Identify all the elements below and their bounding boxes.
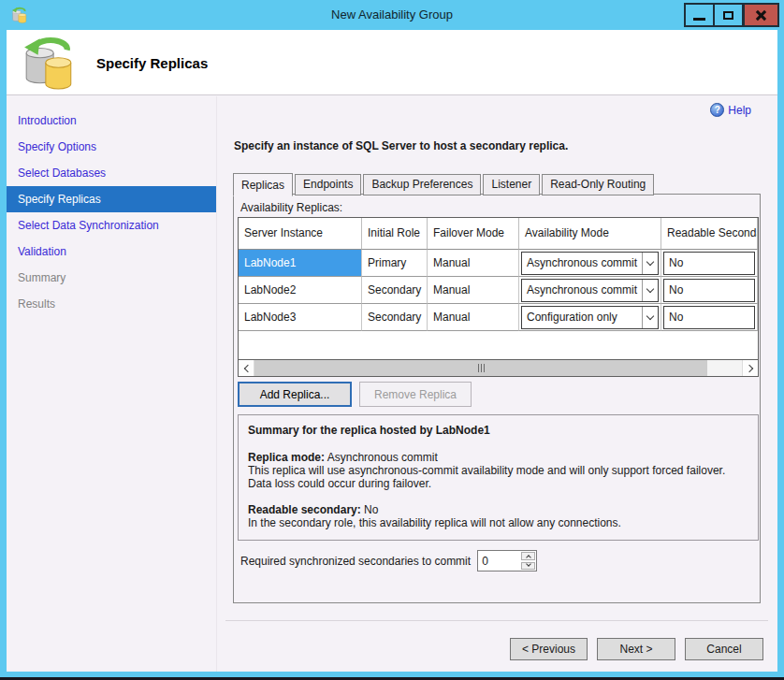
wizard-header: Specify Replicas [7,30,777,95]
replica-mode-label: Replica mode: [248,451,325,464]
initial-role-cell: Primary [362,250,428,277]
window-title: New Availability Group [0,7,784,22]
help-label: Help [728,104,751,117]
replicas-grid: Server Instance Initial Role Failover Mo… [238,217,759,377]
failover-mode-cell: Manual [428,304,519,331]
readable-secondary-label: Readable secondary: [248,503,361,516]
availability-mode-dropdown[interactable]: Configuration only [521,306,659,329]
availability-replicas-label: Availability Replicas: [240,201,342,214]
replicas-icon [22,36,78,90]
table-row: LabNode3 Secondary Manual Configuration … [239,304,758,331]
sidebar-item-results: Results [7,291,216,317]
readable-secondary-dropdown[interactable]: No [663,306,755,329]
close-button[interactable] [743,3,779,27]
quorum-row: Required synchronized secondaries to com… [240,550,537,571]
replica-mode-value: Asynchronous commit [327,451,438,464]
sidebar-item-select-databases[interactable]: Select Databases [7,160,216,186]
availability-mode-dropdown[interactable]: Asynchronous commit [521,252,659,275]
table-row: LabNode2 Secondary Manual Asynchronous c… [239,277,758,304]
sidebar-item-specify-replicas[interactable]: Specify Replicas [7,186,216,212]
minimize-icon [693,18,705,21]
grip-icon [478,364,485,372]
column-header-initial-role: Initial Role [362,218,428,250]
sidebar-item-summary: Summary [7,265,216,291]
tab-read-only-routing[interactable]: Read-Only Routing [542,174,654,195]
maximize-button[interactable] [713,3,744,27]
close-icon [755,9,767,22]
next-button[interactable]: Next > [597,638,675,660]
column-header-failover-mode: Failover Mode [428,218,519,250]
help-link[interactable]: ? Help [710,103,751,117]
previous-button[interactable]: < Previous [510,638,588,660]
sidebar-item-label: Select Databases [18,166,106,180]
readable-secondary-value: No [364,503,378,516]
cancel-button[interactable]: Cancel [685,638,763,660]
tab-backup-preferences[interactable]: Backup Preferences [363,174,481,195]
help-icon: ? [710,103,724,117]
readable-secondary-dropdown[interactable]: No [663,279,755,302]
initial-role-cell: Secondary [362,277,428,304]
sidebar-item-select-data-synchronization[interactable]: Select Data Synchronization [7,212,216,239]
chevron-up-icon [526,555,531,560]
availability-mode-dropdown[interactable]: Asynchronous commit [521,279,659,302]
replica-mode-line: Replica mode: Asynchronous commit [248,451,748,464]
sidebar-item-specify-options[interactable]: Specify Options [7,134,216,160]
chevron-right-icon [745,364,752,371]
page-title: Specify Replicas [96,55,208,71]
tab-endpoints[interactable]: Endpoints [295,174,361,195]
sidebar-item-label: Introduction [18,114,77,127]
readable-secondary-dropdown[interactable]: No [663,252,755,275]
titlebar: New Availability Group [0,0,784,30]
sidebar-item-label: Results [18,297,55,311]
failover-mode-cell: Manual [428,250,519,277]
maximize-icon [723,11,733,20]
spin-down-button[interactable] [521,562,535,571]
quorum-label: Required synchronized secondaries to com… [240,555,471,568]
sidebar-item-label: Specify Replicas [18,193,101,206]
table-row: LabNode1 Primary Manual Asynchronous com… [239,250,758,277]
sidebar-item-label: Specify Options [18,140,96,153]
chevron-left-icon [243,364,251,371]
instruction-text: Specify an instance of SQL Server to hos… [234,139,568,152]
server-instance-cell[interactable]: LabNode2 [239,277,362,304]
replicas-tab-page: Availability Replicas: Server Instance I… [233,194,761,603]
tab-replicas[interactable]: Replicas [233,173,293,196]
scroll-right-button[interactable] [742,360,758,376]
column-header-availability-mode: Availability Mode [519,218,661,250]
column-header-server-instance: Server Instance [239,218,362,250]
remove-replica-button[interactable]: Remove Replica [359,382,472,407]
client-area: Specify Replicas Introduction Specify Op… [7,30,777,672]
add-replica-button[interactable]: Add Replica... [238,382,352,407]
tab-strip: Replicas Endpoints Backup Preferences Li… [233,173,656,195]
sidebar-item-validation[interactable]: Validation [7,239,216,265]
scroll-left-button[interactable] [239,360,254,376]
footer-divider [225,620,768,621]
chevron-down-icon [526,561,531,567]
wizard-body: Introduction Specify Options Select Data… [7,96,777,672]
server-instance-cell[interactable]: LabNode1 [239,250,362,277]
spin-up-button[interactable] [521,552,535,560]
column-header-readable-secondary: Readable Secondary [661,218,758,250]
summary-title: Summary for the replica hosted by LabNod… [248,424,748,437]
quorum-input[interactable]: 0 [478,551,520,571]
replica-mode-description: This replica will use asynchronous-commi… [248,464,748,490]
sidebar-item-label: Validation [18,245,66,258]
chevron-down-icon [646,311,654,319]
readable-secondary-line: Readable secondary: No [248,503,748,516]
horizontal-scrollbar[interactable] [239,359,758,376]
readable-secondary-description: In the secondary role, this availability… [248,516,748,529]
scroll-thumb[interactable] [254,360,707,376]
sidebar-item-introduction[interactable]: Introduction [7,108,216,134]
initial-role-cell: Secondary [362,304,428,331]
summary-panel: Summary for the replica hosted by LabNod… [238,414,759,541]
chevron-down-icon [646,257,654,265]
tab-listener[interactable]: Listener [483,174,540,195]
sidebar: Introduction Specify Options Select Data… [7,96,217,672]
failover-mode-cell: Manual [428,277,519,304]
quorum-spinner: 0 [477,550,537,571]
minimize-button[interactable] [684,3,715,27]
server-instance-cell[interactable]: LabNode3 [239,304,362,331]
sidebar-item-label: Select Data Synchronization [18,219,159,232]
sidebar-item-label: Summary [18,271,65,284]
chevron-down-icon [646,284,654,292]
